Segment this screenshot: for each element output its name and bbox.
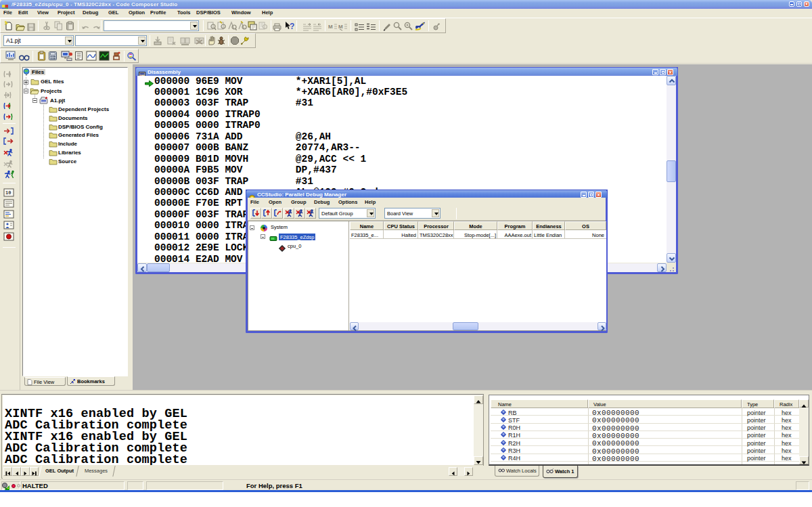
svg-text:10: 10 bbox=[5, 190, 11, 196]
svg-text:M: M bbox=[328, 24, 333, 30]
svg-text:?: ? bbox=[290, 22, 294, 31]
svg-text:M: M bbox=[338, 24, 343, 30]
